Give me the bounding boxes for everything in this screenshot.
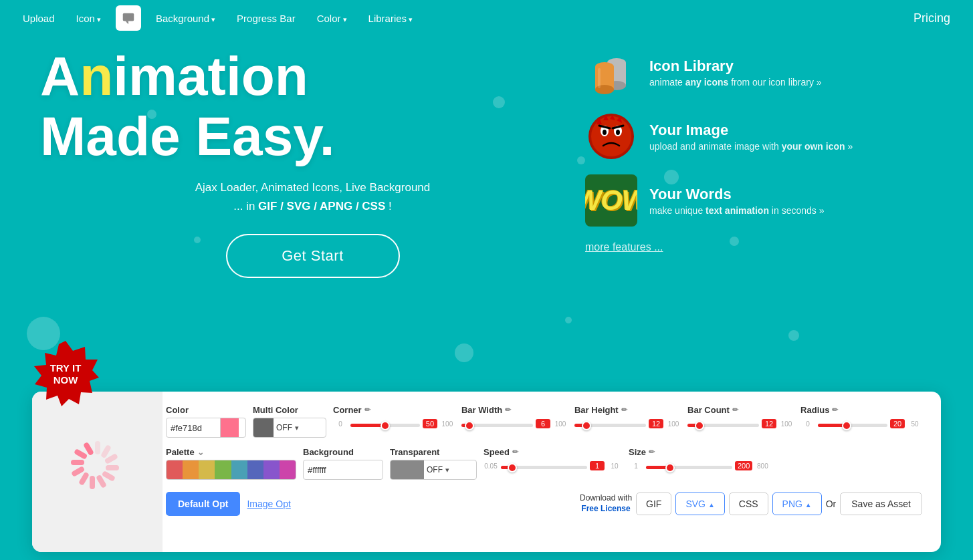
chat-icon xyxy=(121,11,136,25)
color-hex-input[interactable] xyxy=(167,423,220,433)
feature-your-words[interactable]: WOW Your Words make unique text animatio… xyxy=(585,174,933,227)
your-words-image: WOW xyxy=(585,174,637,227)
multi-color-wrap[interactable]: OFFON ▾ xyxy=(253,418,326,438)
radius-label: Radius ✏ xyxy=(800,405,922,415)
gif-button[interactable]: GIF xyxy=(636,493,671,515)
nav-progress-bar[interactable]: Progress Bar xyxy=(227,9,305,28)
size-min-val: 1 xyxy=(629,462,643,470)
bg-input-wrap[interactable] xyxy=(303,460,383,480)
radius-edit-icon[interactable]: ✏ xyxy=(832,406,838,414)
svg-button[interactable]: SVG ▲ xyxy=(675,493,724,515)
feature-icon-library[interactable]: Icon Library animate any icons from our … xyxy=(585,46,933,98)
bar-count-group: Bar Count ✏ 12 100 xyxy=(687,405,794,430)
corner-group: Corner ✏ 0 50 100 xyxy=(333,405,455,430)
size-max-val: 800 xyxy=(755,462,770,470)
corner-min-val: 0 xyxy=(333,420,348,428)
size-edit-icon[interactable]: ✏ xyxy=(649,448,655,456)
bar-height-edit-icon[interactable]: ✏ xyxy=(621,406,627,414)
size-slider[interactable] xyxy=(646,466,732,469)
icon-library-desc: animate any icons from our icon library … xyxy=(649,77,822,88)
bg-hex-input[interactable] xyxy=(308,465,354,475)
more-features-link[interactable]: more features ... xyxy=(585,241,933,253)
get-start-button[interactable]: Get Start xyxy=(226,234,400,278)
icon-library-title: Icon Library xyxy=(649,57,822,75)
bar-count-slider-wrap xyxy=(687,418,759,430)
pricing-link[interactable]: Pricing xyxy=(904,7,960,29)
nav-icon-preview xyxy=(116,5,141,31)
palette-arrow[interactable]: ⌄ xyxy=(197,448,204,457)
color-swatch[interactable] xyxy=(220,418,239,437)
hero-right: Icon Library animate any icons from our … xyxy=(585,39,933,278)
multi-color-swatch xyxy=(253,418,274,437)
nav-libraries[interactable]: Libraries xyxy=(359,9,423,28)
your-image-desc: upload and animate image with your own i… xyxy=(649,141,853,152)
svg-point-12 xyxy=(603,130,607,135)
speed-max-val: 10 xyxy=(607,462,622,470)
bar-count-slider[interactable] xyxy=(687,424,759,427)
default-opt-button[interactable]: Default Opt xyxy=(166,492,240,516)
transparent-label: Transparent xyxy=(390,447,477,457)
multi-color-select[interactable]: OFFON xyxy=(274,423,295,432)
corner-slider[interactable] xyxy=(350,424,420,427)
radius-val: 20 xyxy=(890,419,905,428)
image-opt-button[interactable]: Image Opt xyxy=(247,499,290,509)
your-words-desc: make unique text animation in seconds » xyxy=(649,205,824,216)
nav-color[interactable]: Color xyxy=(308,9,356,28)
your-image-image xyxy=(585,110,637,162)
nav-background[interactable]: Background xyxy=(146,9,225,28)
multi-color-label: Multi Color xyxy=(253,405,326,415)
bar-count-edit-icon[interactable]: ✏ xyxy=(732,406,738,414)
bar-width-edit-icon[interactable]: ✏ xyxy=(505,406,511,414)
multi-color-arrow: ▾ xyxy=(295,424,302,432)
css-button[interactable]: CSS xyxy=(729,493,768,515)
controls-row-2: Palette ⌄ Background xyxy=(166,447,922,480)
or-text: Or xyxy=(826,499,837,509)
svg-rect-0 xyxy=(123,13,134,21)
bar-width-slider[interactable] xyxy=(461,424,533,427)
cans-svg xyxy=(587,48,635,96)
palette-swatch-0 xyxy=(167,460,183,479)
icon-library-image xyxy=(585,46,637,98)
nav-upload[interactable]: Upload xyxy=(13,9,64,28)
feature-your-image[interactable]: Your Image upload and animate image with… xyxy=(585,110,933,162)
hero-title-n: n xyxy=(80,45,113,106)
bar-height-max-val: 100 xyxy=(666,420,681,428)
transparent-arrow[interactable]: ▾ xyxy=(445,466,452,474)
spider-icon xyxy=(588,114,634,159)
corner-slider-wrap xyxy=(350,418,420,430)
radius-slider[interactable] xyxy=(818,424,887,427)
speed-edit-icon[interactable]: ✏ xyxy=(512,448,518,456)
bar-height-slider[interactable] xyxy=(574,424,646,427)
controls-area: Color Multi Color OFFON ▾ xyxy=(166,405,922,516)
nav-icon[interactable]: Icon xyxy=(67,9,110,28)
background-group: Background xyxy=(303,447,383,480)
corner-max-val: 100 xyxy=(440,420,455,428)
multi-color-group: Multi Color OFFON ▾ xyxy=(253,405,326,438)
radius-max-val: 50 xyxy=(907,420,922,428)
hero-section: Animation Made Easy. Ajax Loader, Animat… xyxy=(0,36,973,278)
palette-wrap[interactable] xyxy=(166,460,296,480)
bar-count-slider-row: 12 100 xyxy=(687,418,794,430)
dot-9 xyxy=(455,343,473,362)
dot-5 xyxy=(664,170,679,184)
speed-slider-wrap xyxy=(501,460,587,472)
svg-point-13 xyxy=(616,130,620,135)
download-pre: Download with xyxy=(580,493,632,503)
try-it-now-badge[interactable]: TRY IT NOW xyxy=(32,341,99,408)
icon-library-text: Icon Library animate any icons from our … xyxy=(649,57,822,88)
transparent-wrap[interactable]: OFF ▾ xyxy=(390,460,477,480)
corner-edit-icon[interactable]: ✏ xyxy=(364,406,370,414)
corner-label: Corner ✏ xyxy=(333,405,455,415)
save-asset-button[interactable]: Save as Asset xyxy=(840,493,922,515)
bar-height-slider-row: 12 100 xyxy=(574,418,681,430)
dot-3 xyxy=(493,96,505,108)
color-input-wrap[interactable] xyxy=(166,418,246,438)
png-button[interactable]: PNG ▲ xyxy=(772,493,822,515)
speed-slider[interactable] xyxy=(501,466,587,469)
palette-group: Palette ⌄ xyxy=(166,447,296,480)
speed-min-val: 0.05 xyxy=(483,462,498,470)
corner-slider-row: 0 50 100 xyxy=(333,418,455,430)
dot-1 xyxy=(147,110,156,119)
size-slider-row: 1 200 800 xyxy=(629,460,770,472)
radius-slider-wrap xyxy=(818,418,887,430)
